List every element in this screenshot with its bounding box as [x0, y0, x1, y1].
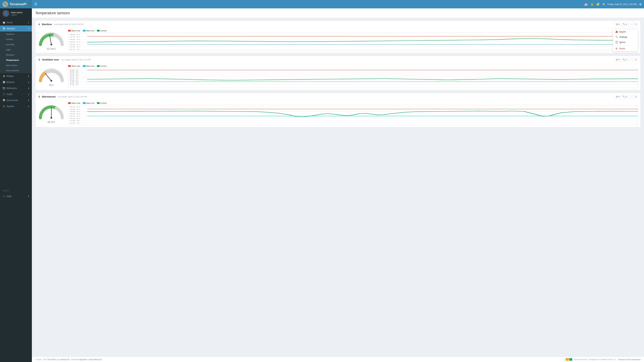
avatar: 👤 — [2, 10, 9, 17]
sidebar-item-home[interactable]: 🏠 Home ❮ — [0, 19, 32, 25]
legend-warmtemat-current: Current — [97, 102, 106, 104]
sensor-card-bamboe-title: 🌡 Bamboe Last update: April 23, 2021 2:5… — [38, 23, 83, 26]
svg-text:17 C: 17 C — [70, 83, 79, 84]
subnav-light[interactable]: Light — [0, 47, 32, 52]
ventilatie-settings-btn[interactable]: 🔧 ▾ — [622, 58, 628, 61]
sensor-card-ventilatie-title: 🌡 Ventilatie voor Last update: April 23,… — [38, 58, 90, 61]
footer: © 2016 - 2021 TheYOSH using AdminLTE - b… — [32, 357, 644, 362]
version-text: TerrariumPI 4.0.0 - Raspberry Pi 3 Model… — [574, 359, 617, 361]
chart-ventilatie-legend: Alarm max Alarm min Current — [68, 65, 638, 67]
thermometer-ventilatie-icon: 🌡 — [38, 58, 40, 61]
grid-icon[interactable]: ⊞ — [639, 3, 642, 6]
ignore-icon: 🚫 — [615, 41, 618, 43]
ventilatie-widget-btn[interactable]: ⊞ ▾ — [615, 58, 620, 61]
relays-icon: ⚡ — [2, 75, 5, 77]
legend-ventilatie-alarm-min: Alarm min — [83, 65, 94, 67]
sidebar-item-webcams[interactable]: 📷 Webcams ❮ — [0, 85, 32, 91]
subnav-moisture[interactable]: Moisture — [0, 52, 32, 57]
dropdown-settings[interactable]: 🔧 Settings — [613, 34, 638, 39]
badge-warning: 1 — [566, 358, 569, 361]
warmtemat-settings-btn[interactable]: 🔧 ▾ — [622, 95, 628, 98]
settings-icon: 🔧 — [615, 36, 618, 38]
sidebar-item-system[interactable]: 🖥 System ❮ — [0, 103, 32, 109]
bamboe-widget-btn[interactable]: ⊞ ▾ — [615, 23, 620, 26]
sidebar-label-home: Home — [6, 21, 13, 24]
sidebar-label-help: Help — [6, 195, 12, 198]
calendar-icon[interactable]: 📅 — [584, 3, 588, 6]
sidebar-item-buttons[interactable]: 🔘 Buttons ❮ — [0, 79, 32, 85]
subnav-distance[interactable]: Distance — [0, 31, 32, 37]
sidebar-item-relays[interactable]: ⚡ Relays ❮ — [0, 73, 32, 79]
sidebar: 👤 Hello admin. Logout 🏠 Home ❮ — [0, 8, 32, 362]
sensor-ventilatie-name: Ventilatie voor — [42, 58, 59, 61]
ventilatie-minimize-btn[interactable]: － — [629, 58, 633, 61]
lock-icon[interactable]: 🔒 — [590, 3, 594, 6]
chart-warmtemat-svg: 30 C 28 C 26 C 24 C 22 C 20 C 18 C 16 C — [68, 105, 638, 125]
topbar: ☰ 📅 🔒 ✅ ⚙ Friday, April 23, 2021 2:50 PM… — [32, 0, 644, 8]
bamboe-close-btn[interactable]: ✕ — [634, 23, 638, 26]
dropdown-ignore[interactable]: 🚫 Ignore — [613, 39, 638, 45]
sensor-ventilatie-body: 20 C Alarm max Alarm min — [36, 63, 640, 90]
hamburger-icon[interactable]: ☰ — [34, 2, 37, 6]
svg-point-19 — [50, 80, 52, 82]
about-label: About — [0, 188, 32, 192]
gauge-bamboe-value: 31.718 C — [38, 48, 65, 50]
terrarium-home-link[interactable]: Terrarium home automation — [618, 359, 641, 361]
theyosh-link[interactable]: TheYOSH — [48, 359, 56, 361]
sidebar-item-help[interactable]: ℹ Help ❮ — [0, 193, 32, 199]
legend-ventilatie-current-dot — [97, 65, 100, 67]
svg-text:28 C: 28 C — [70, 44, 80, 45]
home-icon: 🏠 — [2, 21, 5, 24]
sensor-card-bamboe: 🌡 Bamboe Last update: April 23, 2021 2:5… — [35, 20, 641, 53]
sidebar-nav: 🏠 Home ❮ 📡 Sensors ▾ — [0, 19, 32, 188]
gauge-warmtemat: 26.75 C — [38, 104, 65, 123]
sensor-card-ventilatie: 🌡 Ventilatie voor Last update: April 23,… — [35, 56, 641, 90]
footer-left: © 2016 - 2021 TheYOSH using AdminLTE - b… — [35, 359, 102, 361]
ventilatie-close-btn[interactable]: ✕ — [634, 58, 638, 61]
warmtemat-close-btn[interactable]: ✕ — [634, 95, 638, 98]
dropdown-export[interactable]: 📤 Export — [613, 29, 638, 34]
logout-button[interactable]: Logout — [11, 14, 23, 16]
sidebar-item-audio[interactable]: 🎵 Audio ❮ — [0, 91, 32, 97]
svg-text:30 C: 30 C — [70, 41, 80, 43]
legend-warmtemat-alarm-min: Alarm min — [83, 102, 94, 104]
svg-text:23 C: 23 C — [70, 74, 79, 75]
svg-text:34 C: 34 C — [70, 36, 80, 38]
svg-text:26 C: 26 C — [70, 111, 80, 112]
appseed-link[interactable]: AppSeed — [79, 359, 87, 361]
gauge-bamboe-svg — [38, 31, 65, 46]
chart-ventilatie-svg: 26 C 25 C 24 C 23 C 22 C 21 C 20 C 19 C … — [68, 68, 638, 88]
enclosures-icon: 📦 — [2, 99, 5, 102]
legend-ventilatie-alarm-max-dot — [68, 65, 71, 67]
brand-area: 🦎 TerrariumPI — [0, 0, 32, 8]
svg-text:28 C: 28 C — [70, 108, 80, 110]
subnav-fertility[interactable]: Fertility — [0, 37, 32, 42]
warmtemat-minimize-btn[interactable]: － — [629, 95, 633, 98]
subnav-scan-sensors[interactable]: Scan sensors — [0, 68, 32, 73]
sensor-warmtemat-body: 26.75 C Alarm max Alarm min — [36, 100, 640, 127]
subnav-humidity[interactable]: Humidity — [0, 42, 32, 47]
svg-text:20 C: 20 C — [70, 78, 79, 79]
svg-text:36 C: 36 C — [70, 34, 80, 35]
bamboe-settings-btn[interactable]: 🔧 ▾ — [622, 23, 628, 26]
chevron-audio-icon: ❮ — [28, 93, 29, 95]
adminlte-link[interactable]: AdminLTE — [61, 359, 70, 361]
svg-text:20 C: 20 C — [70, 118, 80, 119]
gear-icon[interactable]: ⚙ — [602, 3, 605, 6]
export-icon: 📤 — [615, 30, 618, 33]
bamboe-minimize-btn[interactable]: － — [629, 22, 633, 26]
flask-link[interactable]: Flask AdminLTE — [88, 359, 102, 361]
content-body: 🌡 Bamboe Last update: April 23, 2021 2:5… — [32, 18, 644, 357]
chevron-help-icon: ❮ — [28, 195, 29, 197]
sidebar-item-sensors[interactable]: 📡 Sensors ▾ Distance Fertility Humidity … — [0, 25, 32, 73]
subnav-new-sensor[interactable]: New sensor — [0, 63, 32, 68]
chevron-relays-icon: ❮ — [28, 75, 29, 77]
svg-text:22 C: 22 C — [70, 115, 80, 117]
svg-text:24 C: 24 C — [70, 72, 79, 73]
subnav-temperature[interactable]: Temperature — [0, 57, 32, 63]
warmtemat-widget-btn[interactable]: ⊞ ▾ — [615, 95, 620, 98]
sidebar-item-enclosures[interactable]: 📦 Enclosures ❮ — [0, 97, 32, 103]
check-icon[interactable]: ✅ — [596, 3, 600, 6]
dropdown-delete[interactable]: 🗑 Delete — [613, 46, 638, 51]
legend-warmtemat-alarm-max-dot — [68, 102, 71, 104]
